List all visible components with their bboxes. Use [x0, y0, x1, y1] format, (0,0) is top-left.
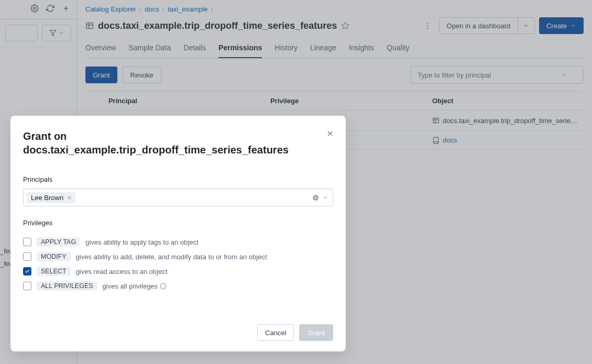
privilege-name: MODIFY [37, 252, 71, 261]
privilege-name: ALL PRIVILEGES [37, 281, 97, 291]
checkbox-modify[interactable] [23, 252, 31, 261]
cancel-button[interactable]: Cancel [257, 324, 294, 341]
grant-modal: Grant on docs.taxi_example.trip_dropoff_… [10, 116, 346, 351]
chevron-down-icon[interactable] [322, 194, 328, 201]
clear-all-icon[interactable] [312, 194, 319, 201]
privileges-list: APPLY TAG gives ability to apply tags to… [23, 237, 333, 291]
grant-submit-button[interactable]: Grant [299, 324, 333, 341]
modal-footer: Cancel Grant [23, 305, 333, 341]
principals-label: Principals [23, 175, 333, 183]
privilege-desc: gives all privileges [103, 282, 167, 290]
info-icon[interactable] [160, 283, 167, 290]
principal-chip-label: Lee Brown [31, 194, 63, 202]
close-icon[interactable] [324, 127, 336, 140]
privilege-desc: gives read access to an object [76, 268, 168, 275]
privileges-label: Privileges [23, 219, 333, 227]
privilege-row-apply-tag: APPLY TAG gives ability to apply tags to… [23, 237, 333, 247]
privilege-desc: gives ability to add, delete, and modify… [76, 253, 267, 261]
privilege-row-select: SELECT gives read access to an object [23, 267, 333, 276]
privilege-name: SELECT [37, 267, 71, 276]
checkbox-all-privileges[interactable] [23, 282, 31, 290]
privilege-desc: gives ability to apply tags to an object [85, 238, 198, 246]
principals-input[interactable]: Lee Brown [23, 189, 333, 206]
modal-title: Grant on docs.taxi_example.trip_dropoff_… [23, 129, 333, 157]
privilege-row-all-privileges: ALL PRIVILEGES gives all privileges [23, 281, 333, 291]
privilege-row-modify: MODIFY gives ability to add, delete, and… [23, 252, 333, 261]
privilege-name: APPLY TAG [37, 237, 80, 247]
checkbox-select[interactable] [23, 267, 31, 275]
checkbox-apply-tag[interactable] [23, 238, 31, 246]
remove-chip-icon[interactable] [67, 195, 72, 201]
principal-chip: Lee Brown [27, 192, 75, 203]
